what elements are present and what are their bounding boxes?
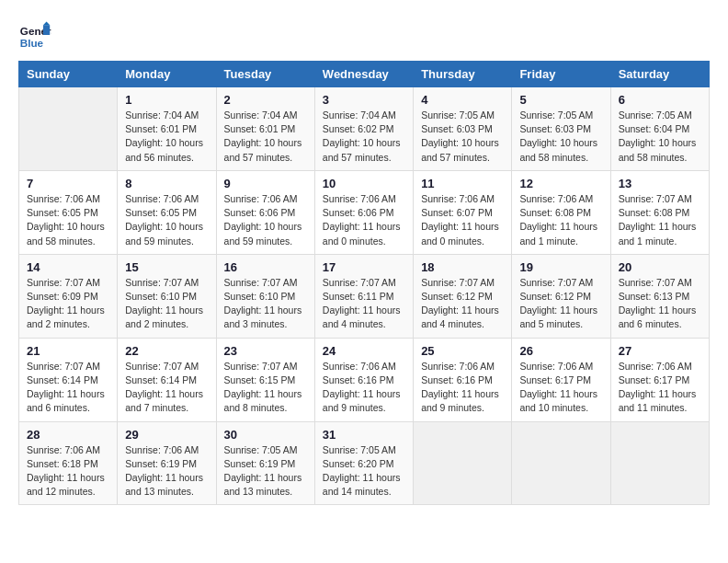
day-detail: Sunrise: 7:07 AM Sunset: 6:10 PM Dayligh… (125, 276, 208, 332)
day-detail: Sunrise: 7:05 AM Sunset: 6:03 PM Dayligh… (421, 109, 504, 165)
day-number: 19 (519, 260, 602, 274)
calendar-week-3: 14Sunrise: 7:07 AM Sunset: 6:09 PM Dayli… (19, 254, 710, 338)
day-detail: Sunrise: 7:05 AM Sunset: 6:19 PM Dayligh… (224, 443, 307, 500)
day-detail: Sunrise: 7:06 AM Sunset: 6:06 PM Dayligh… (323, 192, 405, 248)
calendar-cell: 29Sunrise: 7:06 AM Sunset: 6:19 PM Dayli… (118, 421, 216, 505)
logo-icon: General Blue (18, 18, 51, 52)
day-number: 18 (421, 260, 504, 274)
day-number: 5 (519, 93, 602, 107)
calendar-cell: 4Sunrise: 7:05 AM Sunset: 6:03 PM Daylig… (414, 87, 512, 171)
day-number: 6 (619, 93, 701, 107)
calendar-week-1: 1Sunrise: 7:04 AM Sunset: 6:01 PM Daylig… (19, 87, 710, 171)
day-number: 8 (125, 177, 208, 190)
day-number: 28 (27, 428, 109, 442)
day-detail: Sunrise: 7:06 AM Sunset: 6:17 PM Dayligh… (619, 360, 701, 416)
weekday-header-thursday: Thursday (414, 62, 512, 87)
day-detail: Sunrise: 7:06 AM Sunset: 6:16 PM Dayligh… (323, 360, 405, 416)
day-detail: Sunrise: 7:06 AM Sunset: 6:05 PM Dayligh… (27, 192, 109, 248)
calendar-cell: 14Sunrise: 7:07 AM Sunset: 6:09 PM Dayli… (19, 254, 118, 338)
day-detail: Sunrise: 7:06 AM Sunset: 6:07 PM Dayligh… (421, 192, 504, 248)
calendar-cell: 30Sunrise: 7:05 AM Sunset: 6:19 PM Dayli… (216, 421, 314, 505)
day-number: 3 (323, 93, 405, 107)
day-number: 23 (224, 344, 307, 358)
day-detail: Sunrise: 7:06 AM Sunset: 6:18 PM Dayligh… (27, 443, 109, 500)
day-number: 16 (224, 260, 307, 274)
weekday-header-monday: Monday (118, 62, 216, 87)
calendar-cell: 16Sunrise: 7:07 AM Sunset: 6:10 PM Dayli… (216, 254, 314, 338)
calendar-cell: 3Sunrise: 7:04 AM Sunset: 6:02 PM Daylig… (314, 87, 413, 171)
weekday-header-sunday: Sunday (19, 62, 118, 87)
calendar-week-2: 7Sunrise: 7:06 AM Sunset: 6:05 PM Daylig… (19, 170, 710, 254)
day-detail: Sunrise: 7:04 AM Sunset: 6:01 PM Dayligh… (125, 109, 208, 165)
day-detail: Sunrise: 7:06 AM Sunset: 6:19 PM Dayligh… (125, 443, 208, 500)
day-number: 17 (323, 260, 405, 274)
svg-marker-3 (43, 22, 50, 26)
day-number: 13 (619, 177, 701, 190)
day-number: 22 (125, 344, 208, 358)
day-number: 21 (27, 344, 109, 358)
day-detail: Sunrise: 7:07 AM Sunset: 6:14 PM Dayligh… (125, 360, 208, 416)
weekday-header-friday: Friday (512, 62, 610, 87)
day-detail: Sunrise: 7:07 AM Sunset: 6:09 PM Dayligh… (27, 276, 109, 332)
page-header: General Blue (18, 18, 710, 52)
calendar-week-5: 28Sunrise: 7:06 AM Sunset: 6:18 PM Dayli… (19, 421, 710, 505)
weekday-header-wednesday: Wednesday (314, 62, 413, 87)
day-detail: Sunrise: 7:07 AM Sunset: 6:12 PM Dayligh… (421, 276, 504, 332)
svg-marker-2 (43, 25, 50, 35)
day-number: 2 (224, 93, 307, 107)
day-number: 9 (224, 177, 307, 190)
day-number: 25 (421, 344, 504, 358)
calendar-cell: 7Sunrise: 7:06 AM Sunset: 6:05 PM Daylig… (19, 170, 118, 254)
calendar-cell: 24Sunrise: 7:06 AM Sunset: 6:16 PM Dayli… (314, 338, 413, 421)
day-detail: Sunrise: 7:04 AM Sunset: 6:02 PM Dayligh… (323, 109, 405, 165)
calendar-cell: 25Sunrise: 7:06 AM Sunset: 6:16 PM Dayli… (414, 338, 512, 421)
calendar-cell: 23Sunrise: 7:07 AM Sunset: 6:15 PM Dayli… (216, 338, 314, 421)
calendar-cell: 26Sunrise: 7:06 AM Sunset: 6:17 PM Dayli… (512, 338, 610, 421)
day-number: 29 (125, 428, 208, 442)
day-number: 1 (125, 93, 208, 107)
day-detail: Sunrise: 7:07 AM Sunset: 6:14 PM Dayligh… (27, 360, 109, 416)
calendar-cell: 10Sunrise: 7:06 AM Sunset: 6:06 PM Dayli… (314, 170, 413, 254)
calendar-cell: 5Sunrise: 7:05 AM Sunset: 6:03 PM Daylig… (512, 87, 610, 171)
calendar-cell: 19Sunrise: 7:07 AM Sunset: 6:12 PM Dayli… (512, 254, 610, 338)
day-number: 15 (125, 260, 208, 274)
day-detail: Sunrise: 7:06 AM Sunset: 6:05 PM Dayligh… (125, 192, 208, 248)
day-detail: Sunrise: 7:06 AM Sunset: 6:08 PM Dayligh… (519, 192, 602, 248)
calendar-body: 1Sunrise: 7:04 AM Sunset: 6:01 PM Daylig… (19, 87, 710, 505)
calendar-cell: 31Sunrise: 7:05 AM Sunset: 6:20 PM Dayli… (314, 421, 413, 505)
day-number: 14 (27, 260, 109, 274)
day-detail: Sunrise: 7:07 AM Sunset: 6:12 PM Dayligh… (519, 276, 602, 332)
calendar-cell: 22Sunrise: 7:07 AM Sunset: 6:14 PM Dayli… (118, 338, 216, 421)
day-number: 26 (519, 344, 602, 358)
day-number: 27 (619, 344, 701, 358)
calendar-table: SundayMondayTuesdayWednesdayThursdayFrid… (18, 61, 710, 505)
day-number: 20 (619, 260, 701, 274)
calendar-cell (414, 421, 512, 505)
calendar-cell: 12Sunrise: 7:06 AM Sunset: 6:08 PM Dayli… (512, 170, 610, 254)
day-detail: Sunrise: 7:07 AM Sunset: 6:08 PM Dayligh… (619, 192, 701, 248)
calendar-cell: 17Sunrise: 7:07 AM Sunset: 6:11 PM Dayli… (314, 254, 413, 338)
calendar-cell: 21Sunrise: 7:07 AM Sunset: 6:14 PM Dayli… (19, 338, 118, 421)
day-detail: Sunrise: 7:06 AM Sunset: 6:16 PM Dayligh… (421, 360, 504, 416)
calendar-cell: 6Sunrise: 7:05 AM Sunset: 6:04 PM Daylig… (610, 87, 709, 171)
calendar-cell: 8Sunrise: 7:06 AM Sunset: 6:05 PM Daylig… (118, 170, 216, 254)
calendar-cell (19, 87, 118, 171)
day-detail: Sunrise: 7:05 AM Sunset: 6:20 PM Dayligh… (323, 443, 405, 500)
day-detail: Sunrise: 7:05 AM Sunset: 6:04 PM Dayligh… (619, 109, 701, 165)
calendar-cell: 28Sunrise: 7:06 AM Sunset: 6:18 PM Dayli… (19, 421, 118, 505)
calendar-cell (610, 421, 709, 505)
calendar-cell: 27Sunrise: 7:06 AM Sunset: 6:17 PM Dayli… (610, 338, 709, 421)
day-detail: Sunrise: 7:07 AM Sunset: 6:10 PM Dayligh… (224, 276, 307, 332)
calendar-cell (512, 421, 610, 505)
logo: General Blue (18, 18, 51, 52)
calendar-cell: 11Sunrise: 7:06 AM Sunset: 6:07 PM Dayli… (414, 170, 512, 254)
calendar-cell: 13Sunrise: 7:07 AM Sunset: 6:08 PM Dayli… (610, 170, 709, 254)
day-detail: Sunrise: 7:04 AM Sunset: 6:01 PM Dayligh… (224, 109, 307, 165)
calendar-cell: 20Sunrise: 7:07 AM Sunset: 6:13 PM Dayli… (610, 254, 709, 338)
day-detail: Sunrise: 7:05 AM Sunset: 6:03 PM Dayligh… (519, 109, 602, 165)
day-number: 31 (323, 428, 405, 442)
day-detail: Sunrise: 7:07 AM Sunset: 6:13 PM Dayligh… (619, 276, 701, 332)
calendar-cell: 18Sunrise: 7:07 AM Sunset: 6:12 PM Dayli… (414, 254, 512, 338)
day-number: 7 (27, 177, 109, 190)
day-number: 24 (323, 344, 405, 358)
